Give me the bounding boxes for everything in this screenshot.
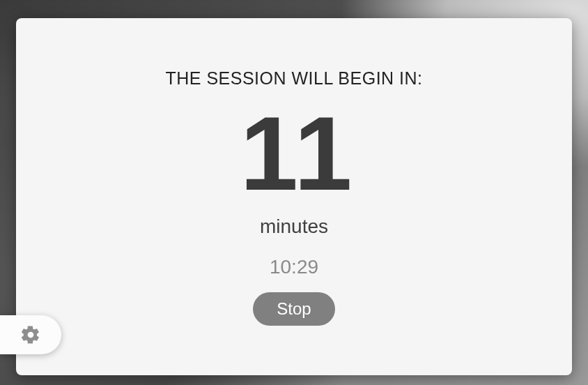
- countdown-minutes-value: 11: [240, 101, 348, 206]
- countdown-unit-label: minutes: [260, 216, 328, 238]
- gear-icon: [20, 324, 41, 345]
- settings-button[interactable]: [0, 315, 61, 354]
- stop-button[interactable]: Stop: [253, 292, 334, 326]
- countdown-card: THE SESSION WILL BEGIN IN: 11 minutes 10…: [16, 18, 572, 375]
- countdown-clock-time: 10:29: [270, 256, 318, 278]
- countdown-heading: THE SESSION WILL BEGIN IN:: [165, 68, 422, 89]
